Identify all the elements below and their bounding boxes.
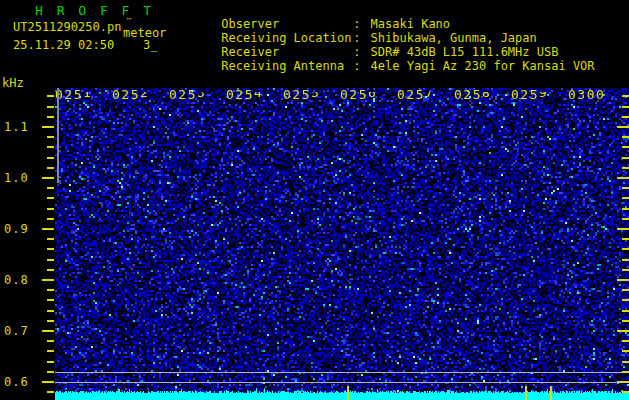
freq-minor-tick xyxy=(47,238,54,240)
freq-minor-tick xyxy=(47,218,54,220)
time-tick-label: 0254 xyxy=(226,87,263,102)
freq-minor-tick xyxy=(47,340,54,342)
info-row-observer: Observer:Masaki Kano xyxy=(178,3,595,17)
freq-minor-tick xyxy=(47,95,54,97)
freq-major-tick xyxy=(42,330,54,332)
freq-tick-label: 0.7 xyxy=(4,324,40,338)
freq-tick-label: 0.6 xyxy=(4,375,40,389)
scale-bar xyxy=(57,88,59,183)
time-tick-label: 0300 xyxy=(568,87,605,102)
app-title: H R O F F T xyxy=(35,3,154,18)
time-tick-label: 0256 xyxy=(340,87,377,102)
freq-minor-tick xyxy=(47,187,54,189)
filename-label: UT2511290250.pn xyxy=(13,20,121,34)
freq-minor-tick xyxy=(47,299,54,301)
time-tick-label: 0259 xyxy=(511,87,548,102)
freq-minor-tick xyxy=(47,136,54,138)
freq-minor-tick xyxy=(47,116,54,118)
freq-axis-unit: kHz xyxy=(2,76,24,90)
time-tick-label: 0251 xyxy=(55,87,92,102)
clipped-digit: 9 xyxy=(539,92,548,105)
info-separator: : xyxy=(353,59,360,73)
freq-minor-tick xyxy=(47,391,54,393)
info-value: Masaki Kano xyxy=(371,17,450,31)
info-value: 4ele Yagi Az 230 for Kansai VOR xyxy=(371,59,595,73)
freq-tick-label: 0.9 xyxy=(4,222,40,236)
info-separator: : xyxy=(353,17,360,31)
clipped-digit: 3 xyxy=(197,92,206,105)
freq-tick-label: 1.1 xyxy=(4,120,40,134)
time-tick-label: 0257 xyxy=(397,87,434,102)
freq-tick-label: 1.0 xyxy=(4,171,40,185)
freq-major-tick xyxy=(42,126,54,128)
clipped-digit: 7 xyxy=(425,92,434,105)
time-tick-label: 0253 xyxy=(169,87,206,102)
freq-major-tick xyxy=(42,381,54,383)
clipped-digit: 1 xyxy=(83,92,92,105)
info-value: Shibukawa, Gunma, Japan xyxy=(371,31,537,45)
info-label: Receiving Location xyxy=(221,31,353,45)
info-separator: : xyxy=(353,45,360,59)
spectrogram-canvas xyxy=(55,88,629,400)
freq-minor-tick xyxy=(47,320,54,322)
hrofft-window: H R O F F T UT2511290250.pn ¨ meteor 25.… xyxy=(0,0,629,400)
info-separator: : xyxy=(353,31,360,45)
station-info: Observer:Masaki Kano Receiving Location:… xyxy=(178,3,595,59)
freq-minor-tick xyxy=(47,248,54,250)
freq-major-tick xyxy=(42,177,54,179)
time-tick-label: 0255 xyxy=(283,87,320,102)
clipped-digit: 8 xyxy=(482,92,491,105)
info-label: Observer xyxy=(221,17,353,31)
freq-minor-tick xyxy=(47,146,54,148)
freq-minor-tick xyxy=(47,310,54,312)
freq-minor-tick xyxy=(47,259,54,261)
clipped-digit: 4 xyxy=(254,92,263,105)
clipped-digit: 5 xyxy=(311,92,320,105)
info-value: SDR# 43dB L15 111.6MHz USB xyxy=(371,45,559,59)
freq-minor-tick xyxy=(47,197,54,199)
time-tick-label: 0252 xyxy=(112,87,149,102)
freq-minor-tick xyxy=(47,289,54,291)
freq-major-tick xyxy=(42,228,54,230)
freq-minor-tick xyxy=(47,269,54,271)
info-label: Receiver xyxy=(221,45,353,59)
info-label: Receiving Antenna xyxy=(221,59,353,73)
freq-major-tick xyxy=(42,279,54,281)
datetime-label: 25.11.29 02:50 xyxy=(13,38,114,52)
freq-minor-tick xyxy=(47,157,54,159)
freq-minor-tick xyxy=(47,350,54,352)
freq-minor-tick xyxy=(47,167,54,169)
freq-tick-label: 0.8 xyxy=(4,273,40,287)
time-tick-label: 0258 xyxy=(454,87,491,102)
freq-minor-tick xyxy=(47,208,54,210)
freq-minor-tick xyxy=(47,106,54,108)
clipped-digit: 6 xyxy=(368,92,377,105)
clipped-digit: 2 xyxy=(140,92,149,105)
freq-minor-tick xyxy=(47,361,54,363)
freq-minor-tick xyxy=(47,371,54,373)
counter-label: 3_ xyxy=(143,38,157,52)
